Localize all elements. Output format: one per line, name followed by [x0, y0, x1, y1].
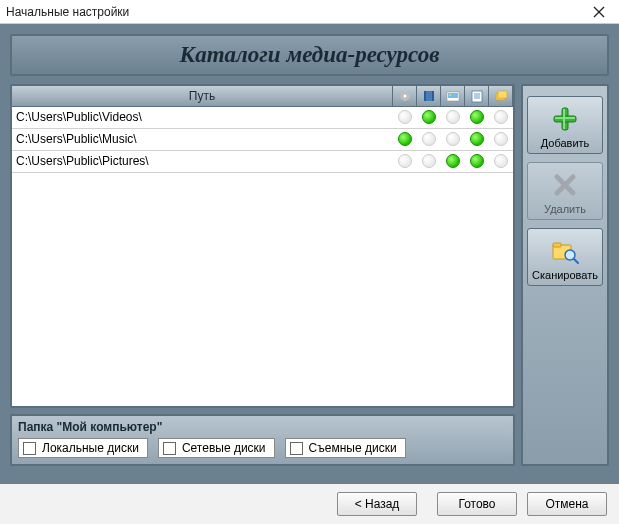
wizard-frame: Каталоги медиа-ресурсов Путь: [0, 24, 619, 484]
status-dot-on: [470, 110, 484, 124]
path-cell: C:\Users\Public\Videos\: [12, 106, 393, 128]
flag-cell[interactable]: [465, 150, 489, 172]
flag-cell[interactable]: [465, 106, 489, 128]
finish-button[interactable]: Готово: [437, 492, 517, 516]
status-dot-off: [494, 154, 508, 168]
flag-cell[interactable]: [441, 150, 465, 172]
status-dot-off: [446, 110, 460, 124]
video-icon: [421, 89, 437, 103]
scan-label: Сканировать: [532, 269, 598, 281]
delete-label: Удалить: [544, 203, 586, 215]
close-button[interactable]: [585, 3, 613, 21]
close-icon: [593, 6, 605, 18]
table-row[interactable]: C:\Users\Public\Videos\: [12, 106, 513, 128]
status-dot-off: [422, 154, 436, 168]
scan-icon: [549, 235, 581, 267]
status-dot-on: [470, 132, 484, 146]
col-header-music[interactable]: [393, 86, 417, 106]
checkbox-removable-disks[interactable]: Съемные диски: [285, 438, 406, 458]
wizard-footer: < Назад Готово Отмена: [0, 484, 619, 524]
page-heading: Каталоги медиа-ресурсов: [10, 34, 609, 76]
status-dot-on: [398, 132, 412, 146]
path-cell: C:\Users\Public\Pictures\: [12, 150, 393, 172]
page-heading-text: Каталоги медиа-ресурсов: [180, 42, 440, 68]
status-dot-on: [422, 110, 436, 124]
flag-cell[interactable]: [417, 106, 441, 128]
checkbox-label: Сетевые диски: [182, 441, 266, 455]
add-label: Добавить: [541, 137, 590, 149]
scan-button[interactable]: Сканировать: [527, 228, 603, 286]
svg-rect-6: [432, 91, 434, 101]
status-dot-on: [470, 154, 484, 168]
status-dot-on: [446, 154, 460, 168]
table-row[interactable]: C:\Users\Public\Music\: [12, 128, 513, 150]
flag-cell[interactable]: [489, 150, 513, 172]
svg-rect-23: [553, 243, 561, 247]
doc-icon: [469, 89, 485, 103]
image-icon: [445, 89, 461, 103]
flag-cell[interactable]: [489, 128, 513, 150]
col-header-path[interactable]: Путь: [12, 86, 393, 106]
flag-cell[interactable]: [441, 106, 465, 128]
checkbox-network-disks[interactable]: Сетевые диски: [158, 438, 275, 458]
checkbox-box: [23, 442, 36, 455]
col-header-doc[interactable]: [465, 86, 489, 106]
my-computer-legend: Папка "Мой компьютер": [18, 420, 507, 434]
status-dot-off: [398, 110, 412, 124]
sidebar: Добавить Удалить: [521, 84, 609, 466]
svg-point-9: [449, 94, 451, 96]
content-area: Путь: [10, 84, 609, 466]
checkbox-label: Локальные диски: [42, 441, 139, 455]
status-dot-off: [446, 132, 460, 146]
status-dot-off: [494, 110, 508, 124]
col-header-image[interactable]: [441, 86, 465, 106]
checkbox-box: [163, 442, 176, 455]
flag-cell[interactable]: [417, 128, 441, 150]
plus-icon: [549, 103, 581, 135]
flag-cell[interactable]: [465, 128, 489, 150]
cancel-button[interactable]: Отмена: [527, 492, 607, 516]
music-icon: [397, 89, 413, 103]
title-bar: Начальные настройки: [0, 0, 619, 24]
folder-stack-icon: [493, 89, 509, 103]
flag-cell[interactable]: [441, 128, 465, 150]
col-header-video[interactable]: [417, 86, 441, 106]
checkbox-label: Съемные диски: [309, 441, 397, 455]
add-button[interactable]: Добавить: [527, 96, 603, 154]
table-row[interactable]: C:\Users\Public\Pictures\: [12, 150, 513, 172]
col-header-other[interactable]: [489, 86, 513, 106]
svg-rect-15: [498, 91, 507, 98]
checkbox-local-disks[interactable]: Локальные диски: [18, 438, 148, 458]
status-dot-off: [398, 154, 412, 168]
flag-cell[interactable]: [489, 106, 513, 128]
left-column: Путь: [10, 84, 515, 466]
delete-icon: [549, 169, 581, 201]
flag-cell[interactable]: [393, 128, 417, 150]
delete-button: Удалить: [527, 162, 603, 220]
checkbox-box: [290, 442, 303, 455]
svg-rect-19: [555, 117, 575, 119]
svg-line-25: [574, 259, 578, 263]
window-title: Начальные настройки: [6, 5, 585, 19]
back-button[interactable]: < Назад: [337, 492, 417, 516]
svg-point-3: [403, 95, 406, 98]
my-computer-group: Папка "Мой компьютер" Локальные диски Се…: [10, 414, 515, 466]
flag-cell[interactable]: [393, 106, 417, 128]
flag-cell[interactable]: [393, 150, 417, 172]
svg-rect-5: [424, 91, 426, 101]
svg-rect-10: [472, 91, 482, 102]
status-dot-off: [422, 132, 436, 146]
path-cell: C:\Users\Public\Music\: [12, 128, 393, 150]
status-dot-off: [494, 132, 508, 146]
flag-cell[interactable]: [417, 150, 441, 172]
paths-table: Путь: [10, 84, 515, 408]
